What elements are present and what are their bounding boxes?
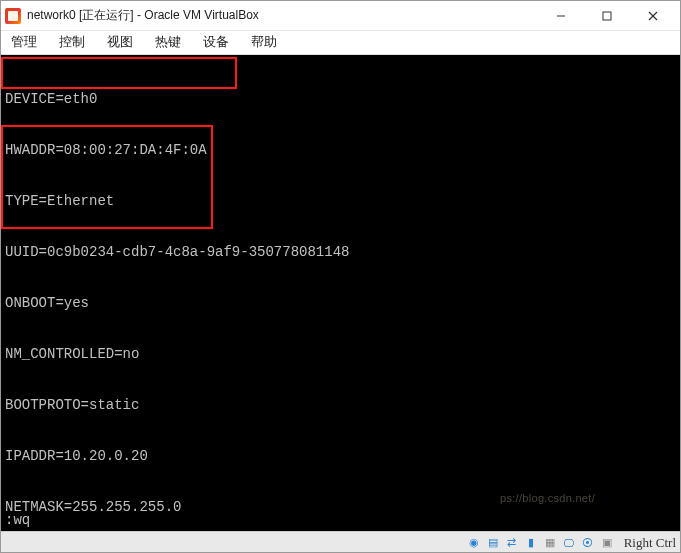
- vi-command-line: :wq: [5, 512, 30, 529]
- config-line: BOOTPROTO=static: [5, 397, 676, 414]
- menu-view[interactable]: 视图: [103, 32, 137, 53]
- config-line: HWADDR=08:00:27:DA:4F:0A: [5, 142, 676, 159]
- close-button[interactable]: [630, 2, 676, 30]
- config-line: UUID=0c9b0234-cdb7-4c8a-9af9-35077808114…: [5, 244, 676, 261]
- watermark-text: ps://blog.csdn.net/: [500, 490, 595, 507]
- shared-folder-icon[interactable]: ▦: [542, 535, 558, 551]
- config-line: TYPE=Ethernet: [5, 193, 676, 210]
- titlebar: network0 [正在运行] - Oracle VM VirtualBox: [1, 1, 680, 31]
- config-line: IPADDR=10.20.0.20: [5, 448, 676, 465]
- minimize-button[interactable]: [538, 2, 584, 30]
- config-line: ONBOOT=yes: [5, 295, 676, 312]
- menu-control[interactable]: 控制: [55, 32, 89, 53]
- svg-rect-1: [603, 12, 611, 20]
- menu-manage[interactable]: 管理: [7, 32, 41, 53]
- maximize-button[interactable]: [584, 2, 630, 30]
- virtualbox-icon: [5, 8, 21, 24]
- window-title: network0 [正在运行] - Oracle VM VirtualBox: [27, 7, 538, 24]
- menu-device[interactable]: 设备: [199, 32, 233, 53]
- highlight-box-1: [1, 57, 237, 89]
- terminal-view[interactable]: DEVICE=eth0 HWADDR=08:00:27:DA:4F:0A TYP…: [1, 55, 680, 531]
- highlight-box-2: [1, 125, 213, 229]
- menu-hotkey[interactable]: 热键: [151, 32, 185, 53]
- config-line: DEVICE=eth0: [5, 91, 676, 108]
- window-controls: [538, 2, 676, 30]
- config-line: NM_CONTROLLED=no: [5, 346, 676, 363]
- mouse-icon[interactable]: ▣: [599, 535, 615, 551]
- menubar: 管理 控制 视图 热键 设备 帮助: [1, 31, 680, 55]
- menu-help[interactable]: 帮助: [247, 32, 281, 53]
